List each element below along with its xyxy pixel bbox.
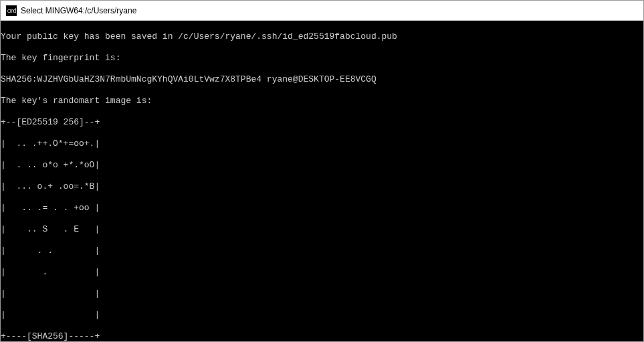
output-line: The key fingerprint is: <box>1 53 643 64</box>
randomart-line: | .. .= . . +oo | <box>1 203 643 213</box>
randomart-line: +--[ED25519 256]--+ <box>1 117 643 128</box>
randomart-line: +----[SHA256]-----+ <box>1 331 643 341</box>
randomart-line: | . .. o*o +*.*oO| <box>1 160 643 171</box>
terminal-body[interactable]: Your public key has been saved in /c/Use… <box>1 21 643 341</box>
randomart-line: | ... o.+ .oo=.*B| <box>1 181 643 192</box>
randomart-line: | .. S . E | <box>1 224 643 235</box>
randomart-line: | .. .++.O*+=oo+.| <box>1 139 643 149</box>
window-title: Select MINGW64:/c/Users/ryane <box>21 6 136 15</box>
randomart-line: | | <box>1 310 643 321</box>
randomart-line: | . | <box>1 267 643 278</box>
randomart-line: | . . | <box>1 246 643 256</box>
title-bar[interactable]: cmd Select MINGW64:/c/Users/ryane <box>1 1 643 21</box>
randomart-line: | | <box>1 288 643 299</box>
output-line: SHA256:WJZHVGbUaHZ3N7RmbUmNcgKYhQVAi0LtV… <box>1 74 643 85</box>
output-line: Your public key has been saved in /c/Use… <box>1 31 643 42</box>
cmd-icon: cmd <box>6 5 17 16</box>
output-line: The key's randomart image is: <box>1 96 643 106</box>
terminal-window: cmd Select MINGW64:/c/Users/ryane Your p… <box>0 0 644 342</box>
